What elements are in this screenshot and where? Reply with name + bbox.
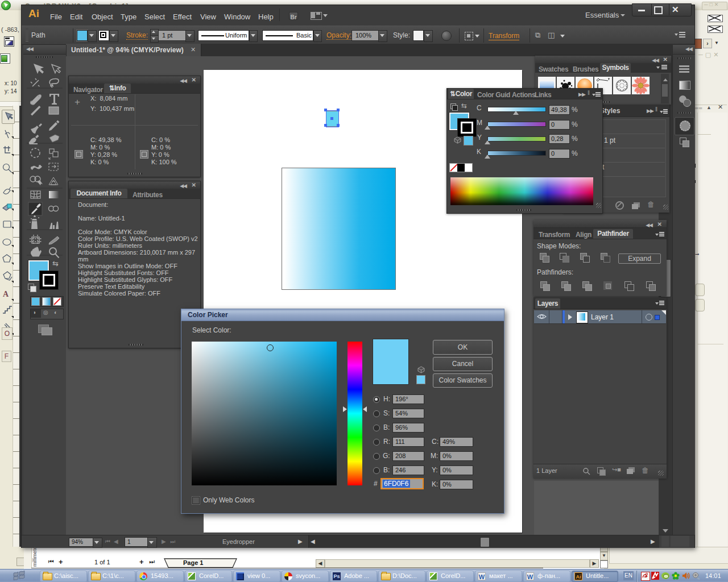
svg-text:A: A [3,290,9,298]
